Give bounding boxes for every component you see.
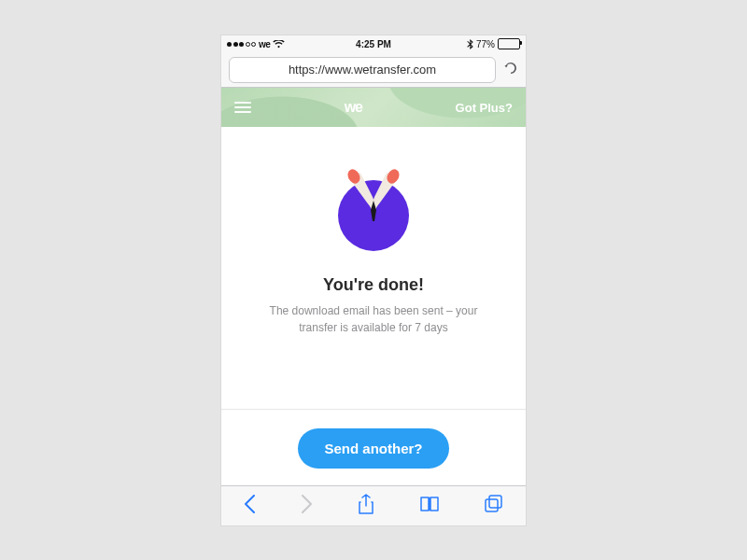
get-plus-link[interactable]: Got Plus? [456, 101, 513, 115]
signal-dots-icon [227, 42, 256, 47]
card-footer: Send another? [221, 409, 526, 486]
done-subtitle: The download email has been sent – your … [261, 302, 486, 336]
svg-rect-4 [489, 496, 501, 508]
svg-rect-3 [486, 499, 498, 511]
send-another-button[interactable]: Send another? [298, 428, 448, 469]
forward-icon [301, 495, 313, 517]
ios-status-bar: we 4:25 PM 77% [221, 35, 526, 52]
url-text: https://www.wetransfer.com [289, 63, 436, 77]
safari-url-bar: https://www.wetransfer.com [221, 52, 526, 88]
clock: 4:25 PM [356, 39, 391, 49]
url-field[interactable]: https://www.wetransfer.com [229, 57, 496, 83]
bookmarks-icon[interactable] [419, 496, 440, 516]
arms-up-icon [331, 169, 416, 253]
safari-tab-bar [221, 485, 526, 525]
carrier-label: we [259, 39, 270, 49]
reload-icon[interactable] [503, 61, 518, 79]
back-icon[interactable] [244, 495, 256, 517]
tabs-icon[interactable] [485, 495, 503, 517]
battery-icon [498, 38, 520, 49]
wetransfer-logo[interactable]: we [345, 99, 362, 116]
done-title: You're done! [323, 275, 424, 295]
wifi-icon [273, 40, 285, 49]
site-header: we Got Plus? [221, 88, 526, 127]
confirmation-panel: You're done! The download email has been… [221, 126, 526, 409]
battery-pct: 77% [476, 39, 495, 49]
menu-icon[interactable] [234, 102, 251, 113]
bluetooth-icon [467, 39, 473, 49]
phone-frame: we 4:25 PM 77% https://www.wetransfer.co… [221, 35, 526, 525]
share-icon[interactable] [358, 494, 374, 518]
page-content: You're done! The download email has been… [221, 126, 526, 486]
